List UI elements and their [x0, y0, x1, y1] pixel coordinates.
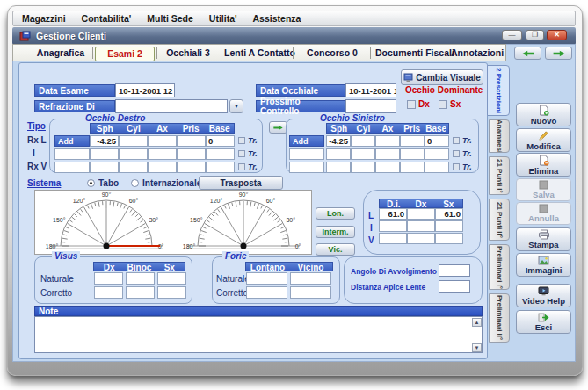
stampa-button[interactable]: Stampa: [516, 228, 571, 251]
tr-checkbox[interactable]: [453, 163, 460, 170]
radio-internazionale[interactable]: [131, 179, 139, 187]
data-occhiale-field[interactable]: 10-11-2001 12: [345, 83, 396, 98]
di-cell[interactable]: [407, 233, 435, 244]
data-esame-field[interactable]: 10-11-2001 12: [115, 83, 175, 98]
side-tab-prescrizioni[interactable]: 2 Prescrizioni: [487, 65, 510, 116]
side-tab-anamnesi[interactable]: Anamnesi: [489, 119, 510, 153]
restore-button[interactable]: ❐: [526, 30, 544, 40]
tr-checkbox[interactable]: [238, 137, 245, 144]
visus-cell[interactable]: [94, 286, 123, 299]
tr-checkbox[interactable]: [238, 163, 245, 170]
nuovo-button[interactable]: Nuovo: [516, 103, 571, 126]
rx-cell[interactable]: [400, 162, 425, 173]
menu-multi-sede[interactable]: Multi Sede: [147, 13, 193, 24]
elimina-button[interactable]: Elimina: [516, 153, 571, 177]
note-scroll-down-button[interactable]: ▼: [472, 343, 482, 352]
rx-cell[interactable]: -4.25: [90, 135, 119, 147]
rx-cell[interactable]: [351, 162, 375, 173]
refrazione-di-field[interactable]: [115, 99, 228, 113]
rx-cell[interactable]: [425, 162, 449, 173]
rx-cell[interactable]: [119, 135, 148, 147]
rx-cell[interactable]: [289, 162, 324, 173]
esci-button[interactable]: Esci: [516, 310, 571, 334]
rx-cell[interactable]: [54, 148, 90, 160]
tab-anagrafica[interactable]: Anagrafica: [30, 47, 91, 60]
rx-cell[interactable]: [119, 148, 148, 160]
rx-cell[interactable]: [375, 135, 400, 147]
rx-cell[interactable]: [148, 162, 177, 173]
video-help-button[interactable]: Video Help: [516, 284, 571, 307]
distanza-apice-field[interactable]: [439, 280, 470, 292]
di-cell[interactable]: 61.0: [435, 208, 463, 220]
rx-cell[interactable]: [54, 162, 90, 173]
forie-cell[interactable]: [290, 272, 331, 285]
side-tab-21-punti-2[interactable]: 21 Punti II°: [489, 199, 510, 241]
forie-cell[interactable]: [246, 286, 287, 299]
rx-cell[interactable]: 0: [206, 135, 235, 147]
visus-cell[interactable]: [157, 286, 186, 299]
visus-cell[interactable]: [126, 272, 155, 285]
rx-cell[interactable]: [206, 162, 235, 173]
rx-cell[interactable]: [177, 135, 206, 147]
next-record-button[interactable]: [545, 47, 572, 60]
lontano-button[interactable]: Lon.: [316, 207, 355, 220]
close-button[interactable]: ✕: [547, 30, 567, 40]
intermedio-button[interactable]: Interm.: [316, 226, 355, 238]
rx-cell[interactable]: [375, 148, 400, 160]
di-cell[interactable]: [407, 208, 435, 220]
forie-cell[interactable]: [246, 272, 287, 285]
di-cell[interactable]: 61.0: [379, 208, 407, 220]
visus-cell[interactable]: [157, 272, 186, 285]
rx-cell[interactable]: [351, 135, 375, 147]
rx-cell[interactable]: [425, 148, 449, 160]
menu-assistenza[interactable]: Assistenza: [253, 13, 301, 24]
tab-concorso[interactable]: Concorso 0: [298, 47, 367, 60]
vicino-button[interactable]: Vic.: [316, 243, 355, 256]
rx-cell[interactable]: [375, 162, 400, 173]
rx-cell[interactable]: [90, 162, 119, 173]
add-button-sinistro[interactable]: Add: [289, 135, 324, 147]
rx-cell[interactable]: [400, 148, 425, 160]
modifica-button[interactable]: Modifica: [516, 128, 571, 152]
di-cell[interactable]: [379, 220, 407, 232]
minimize-button[interactable]: —: [502, 30, 522, 40]
occhio-dominante-sx-checkbox[interactable]: [439, 100, 447, 109]
tab-occhiali[interactable]: Occhiali 3: [159, 47, 217, 60]
tab-lenti-a-contatto[interactable]: Lenti A Contatto: [224, 47, 289, 60]
menu-magazzini[interactable]: Magazzini: [22, 13, 66, 24]
angolo-avvolgimento-field[interactable]: [439, 264, 470, 277]
rx-cell[interactable]: [206, 148, 235, 160]
forie-cell[interactable]: [290, 286, 331, 299]
add-button-destro[interactable]: Add: [54, 135, 90, 147]
rx-cell[interactable]: [148, 148, 177, 160]
occhio-dominante-dx-checkbox[interactable]: [407, 100, 416, 109]
note-scroll-up-button[interactable]: ▲: [472, 318, 482, 327]
rx-cell[interactable]: [351, 148, 375, 160]
radio-tabo[interactable]: [87, 179, 95, 187]
rx-cell[interactable]: -4.25: [326, 135, 351, 147]
visus-cell[interactable]: [126, 286, 155, 299]
tr-checkbox[interactable]: [453, 137, 460, 144]
menu-utilita[interactable]: Utilita': [209, 13, 237, 24]
tr-checkbox[interactable]: [238, 150, 245, 157]
cambia-visuale-button[interactable]: Cambia Visuale: [401, 69, 483, 85]
rx-cell[interactable]: 0: [425, 135, 449, 147]
rx-cell[interactable]: [119, 162, 148, 173]
tab-annotazioni[interactable]: Annotazioni: [451, 47, 502, 60]
rx-cell[interactable]: [289, 148, 324, 160]
protractor-right-eye[interactable]: 0°30°60°90°120°150°180°: [38, 192, 170, 254]
trasposta-button[interactable]: Trasposta: [199, 176, 283, 190]
previous-record-button[interactable]: [514, 47, 541, 60]
tab-documenti-fiscali[interactable]: Documenti Fiscali: [375, 47, 446, 60]
tr-checkbox[interactable]: [453, 150, 460, 157]
rx-cell[interactable]: [400, 135, 425, 147]
visus-cell[interactable]: [94, 272, 123, 285]
side-tab-21-punti-1[interactable]: 21 Punti I°: [489, 156, 510, 195]
salva-button[interactable]: Salva: [516, 178, 571, 201]
rx-cell[interactable]: [326, 162, 351, 173]
copy-to-sinistro-button[interactable]: [269, 121, 287, 134]
annulla-button[interactable]: Annulla: [516, 202, 571, 225]
di-cell[interactable]: [435, 220, 463, 232]
rx-cell[interactable]: [177, 148, 206, 160]
refrazione-dropdown-button[interactable]: ▼: [229, 99, 243, 113]
